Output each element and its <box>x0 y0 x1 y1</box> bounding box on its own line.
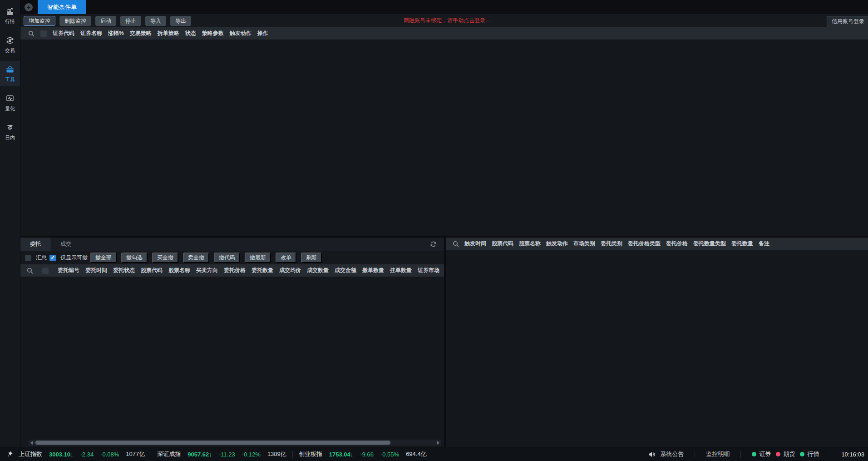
search-icon[interactable] <box>27 268 33 274</box>
index-change-pct: -0.12% <box>242 451 261 458</box>
column-header[interactable]: 成交均价 <box>279 267 301 274</box>
import-button[interactable]: 导入 <box>145 16 166 26</box>
tab-entrust[interactable]: 委托 <box>20 238 51 251</box>
add-monitor-button[interactable]: 增加监控 <box>24 16 55 26</box>
index-shenzhen[interactable]: 深证成指 9057.62↓ -11.23 -0.12% 1389亿 <box>157 450 286 458</box>
column-header[interactable]: 状态 <box>185 30 196 37</box>
separator <box>695 451 695 458</box>
sidebar-item-intraday[interactable]: 日内 <box>0 119 20 144</box>
cancel-latest-button[interactable]: 撤最新 <box>245 253 271 263</box>
connection-securities[interactable]: 证券 <box>752 450 771 458</box>
index-value: 3003.10↓ <box>49 451 74 458</box>
select-all-checkbox[interactable] <box>40 30 47 37</box>
column-header[interactable]: 买卖方向 <box>196 267 218 274</box>
separator <box>830 451 830 458</box>
separator <box>740 451 741 458</box>
search-icon[interactable] <box>453 241 459 247</box>
column-header[interactable]: 涨幅% <box>108 30 124 37</box>
sidebar: 行情 交易 工具 量化 日内 <box>0 0 20 447</box>
cancel-all-sells-button[interactable]: 卖全撤 <box>183 253 209 263</box>
index-change: -11.23 <box>219 451 235 458</box>
column-header[interactable]: 委托数量 <box>731 240 753 248</box>
export-button[interactable]: 导出 <box>170 16 191 26</box>
delete-monitor-button[interactable]: 删除监控 <box>59 16 91 26</box>
modify-order-button[interactable]: 改单 <box>276 253 296 263</box>
scroll-right-arrow-icon[interactable] <box>437 441 439 445</box>
scroll-left-arrow-icon[interactable] <box>30 441 33 445</box>
connection-label: 期货 <box>783 450 795 458</box>
column-header[interactable]: 撤单数量 <box>362 267 384 274</box>
column-header[interactable]: 证券名称 <box>80 30 102 37</box>
refresh-icon[interactable] <box>430 241 437 249</box>
briefcase-icon <box>5 65 15 75</box>
cancel-by-code-button[interactable]: 撤代码 <box>214 253 240 263</box>
horizontal-scrollbar[interactable] <box>29 440 441 446</box>
sidebar-item-quant[interactable]: 量化 <box>0 90 20 115</box>
speaker-icon[interactable] <box>648 451 655 457</box>
column-header[interactable]: 触发动作 <box>546 240 568 248</box>
column-header[interactable]: 策略参数 <box>202 30 224 37</box>
scrollbar-thumb[interactable] <box>35 441 390 445</box>
quant-pulse-icon <box>5 94 15 104</box>
column-header[interactable]: 委托数量类型 <box>693 240 726 248</box>
account-warning-text: 两融账号未绑定，请手动点击登录... <box>404 17 490 25</box>
column-header[interactable]: 委托价格 <box>224 267 246 274</box>
index-value: 1753.04↓ <box>329 451 354 458</box>
summary-checkbox[interactable] <box>25 255 31 261</box>
monitor-detail-link[interactable]: 监控明细 <box>706 450 730 458</box>
column-header[interactable]: 拆单策略 <box>158 30 179 37</box>
column-header[interactable]: 市场类别 <box>573 240 595 248</box>
pin-icon[interactable] <box>6 451 13 457</box>
sidebar-item-market[interactable]: 行情 <box>0 3 20 28</box>
column-header[interactable]: 股票代码 <box>141 267 163 274</box>
system-announcement-link[interactable]: 系统公告 <box>660 450 684 458</box>
cancel-all-button[interactable]: 撤全部 <box>90 253 117 263</box>
status-bar-right: 系统公告 监控明细 证券 期货 行情 10:16:03 <box>648 450 868 458</box>
start-button[interactable]: 启动 <box>95 16 116 26</box>
index-change: -2.34 <box>80 451 94 458</box>
column-header[interactable]: 触发时间 <box>464 240 486 248</box>
column-header[interactable]: 证券市场 <box>418 267 439 274</box>
column-header[interactable]: 股票名称 <box>168 267 190 274</box>
column-header[interactable]: 委托编号 <box>58 267 79 274</box>
tab-smart-condition-order[interactable]: 智能条件单 <box>38 0 86 14</box>
index-chinext[interactable]: 创业板指 1753.04↓ -9.66 -0.55% 694.4亿 <box>299 450 427 458</box>
column-header[interactable]: 委托状态 <box>113 267 135 274</box>
column-header[interactable]: 股票代码 <box>492 240 513 248</box>
column-header[interactable]: 挂单数量 <box>390 267 412 274</box>
toolbar: 增加监控 删除监控 启动 停止 导入 导出 两融账号未绑定，请手动点击登录...… <box>20 14 868 27</box>
tab-deals[interactable]: 成交 <box>51 238 81 251</box>
column-header[interactable]: 委托类别 <box>601 240 622 248</box>
sidebar-item-label: 日内 <box>5 135 15 140</box>
status-bar: 上证指数 3003.10↓ -2.34 -0.08% 1077亿 深证成指 90… <box>0 447 868 461</box>
status-dot-icon <box>776 452 780 456</box>
cancel-checked-button[interactable]: 撤勾选 <box>121 253 148 263</box>
column-header[interactable]: 交易策略 <box>130 30 152 37</box>
cancel-all-buys-button[interactable]: 买全撤 <box>152 253 178 263</box>
trigger-table-body <box>446 250 868 447</box>
stop-button[interactable]: 停止 <box>120 16 141 26</box>
column-header[interactable]: 证券代码 <box>53 30 74 37</box>
credit-account-login-button[interactable]: 信用账号登录 <box>827 16 868 27</box>
only-cancelable-checkbox[interactable] <box>49 255 56 261</box>
column-header[interactable]: 委托时间 <box>85 267 107 274</box>
search-icon[interactable] <box>28 30 35 37</box>
column-header[interactable]: 成交数量 <box>307 267 329 274</box>
select-all-checkbox[interactable] <box>42 268 49 274</box>
column-header[interactable]: 操作 <box>257 30 268 37</box>
sidebar-item-tools[interactable]: 工具 <box>0 61 20 86</box>
refresh-button[interactable]: 刷新 <box>301 253 322 263</box>
column-header[interactable]: 委托价格类型 <box>628 240 661 248</box>
index-shanghai[interactable]: 上证指数 3003.10↓ -2.34 -0.08% 1077亿 <box>19 450 145 458</box>
sidebar-item-trade[interactable]: 交易 <box>0 32 20 57</box>
column-header[interactable]: 备注 <box>759 240 769 248</box>
connection-quotes[interactable]: 行情 <box>800 450 819 458</box>
add-tab-button[interactable]: + <box>25 3 33 11</box>
index-value: 9057.62↓ <box>187 451 212 458</box>
column-header[interactable]: 成交金额 <box>335 267 356 274</box>
column-header[interactable]: 股票名称 <box>519 240 541 248</box>
column-header[interactable]: 委托数量 <box>252 267 273 274</box>
connection-futures[interactable]: 期货 <box>776 450 795 458</box>
column-header[interactable]: 委托价格 <box>666 240 688 248</box>
column-header[interactable]: 触发动作 <box>230 30 252 37</box>
